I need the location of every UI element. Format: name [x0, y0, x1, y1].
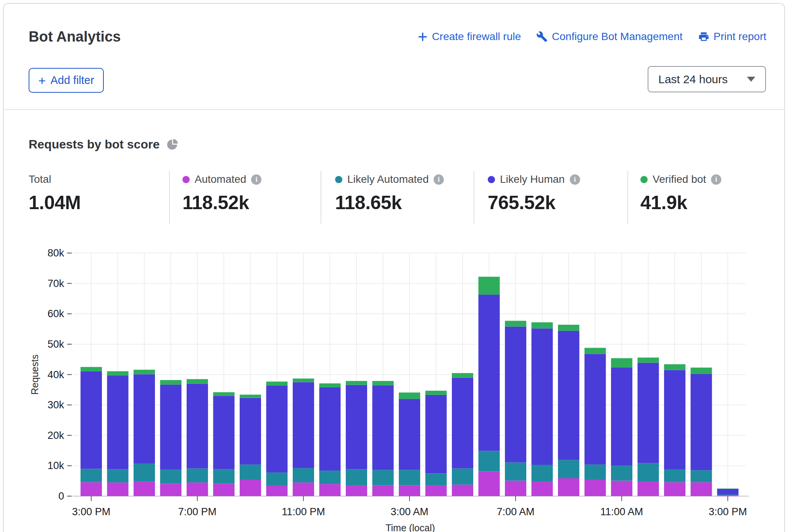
plus-icon: + [38, 75, 46, 86]
svg-text:50k: 50k [47, 339, 64, 350]
legend-dot-likely-automated [335, 176, 342, 183]
svg-text:11:00 PM: 11:00 PM [282, 506, 325, 517]
svg-text:40k: 40k [47, 369, 64, 380]
stat-value: 41.9k [640, 192, 721, 214]
add-filter-button[interactable]: + Add filter [29, 68, 104, 93]
page-title: Bot Analytics [29, 29, 121, 45]
stat-label: Automated [195, 173, 246, 185]
legend-dot-automated [182, 176, 190, 183]
plus-icon [418, 32, 428, 42]
svg-text:3:00 PM: 3:00 PM [709, 506, 747, 517]
stat-total: Total 1.04M [29, 172, 81, 214]
svg-text:80k: 80k [47, 247, 64, 259]
print-report-link[interactable]: Print report [698, 31, 767, 43]
svg-text:Requests: Requests [29, 355, 40, 395]
create-firewall-rule-link[interactable]: Create firewall rule [418, 31, 521, 43]
stat-verified-bot: Verified bot 41.9k [640, 172, 721, 214]
legend-dot-likely-human [488, 176, 495, 183]
info-icon[interactable] [251, 174, 261, 185]
svg-text:3:00 PM: 3:00 PM [72, 506, 111, 517]
svg-text:7:00 PM: 7:00 PM [178, 506, 217, 517]
time-range-select[interactable]: Last 24 hours [648, 66, 766, 92]
svg-text:3:00 AM: 3:00 AM [390, 506, 428, 517]
requests-by-bot-score-chart: 010k20k30k40k50k60k70k80k3:00 PM7:00 PM1… [0, 244, 790, 532]
stat-label: Total [29, 173, 51, 185]
svg-text:70k: 70k [47, 278, 64, 289]
printer-icon [698, 31, 709, 42]
header-divider [3, 109, 785, 110]
stat-value: 118.52k [182, 192, 261, 214]
svg-text:30k: 30k [47, 399, 64, 411]
wrench-icon [536, 31, 548, 42]
svg-text:60k: 60k [47, 308, 64, 319]
time-range-value: Last 24 hours [658, 73, 747, 86]
stat-value: 765.52k [488, 192, 580, 214]
svg-text:Time (local): Time (local) [385, 522, 435, 532]
section-title: Requests by bot score [29, 137, 160, 152]
stat-divider [169, 171, 170, 224]
info-icon[interactable] [711, 174, 721, 185]
stat-value: 118.65k [335, 192, 444, 214]
stat-divider [474, 171, 474, 224]
add-filter-label: Add filter [50, 74, 94, 87]
action-label: Configure Bot Management [552, 31, 682, 43]
header-actions: Create firewall rule Configure Bot Manag… [418, 31, 766, 43]
action-label: Print report [714, 31, 767, 43]
stat-label: Likely Automated [347, 173, 429, 185]
stat-divider [321, 171, 321, 224]
pie-chart-icon [166, 139, 178, 150]
stat-label: Verified bot [653, 173, 706, 185]
action-label: Create firewall rule [432, 31, 521, 43]
svg-text:10k: 10k [47, 460, 64, 471]
stat-value: 1.04M [29, 192, 81, 214]
chevron-down-icon [747, 77, 755, 82]
stat-divider [627, 171, 628, 224]
svg-text:11:00 AM: 11:00 AM [600, 506, 643, 517]
svg-text:7:00 AM: 7:00 AM [497, 506, 534, 517]
stat-automated: Automated 118.52k [182, 172, 261, 214]
info-icon[interactable] [434, 174, 444, 185]
info-icon[interactable] [570, 174, 580, 185]
svg-text:0: 0 [58, 490, 64, 502]
svg-text:20k: 20k [47, 430, 64, 441]
configure-bot-management-link[interactable]: Configure Bot Management [536, 31, 682, 43]
stat-likely-human: Likely Human 765.52k [488, 172, 580, 214]
stat-likely-automated: Likely Automated 118.65k [335, 172, 444, 214]
legend-dot-verified-bot [640, 176, 648, 183]
stat-label: Likely Human [500, 173, 565, 185]
